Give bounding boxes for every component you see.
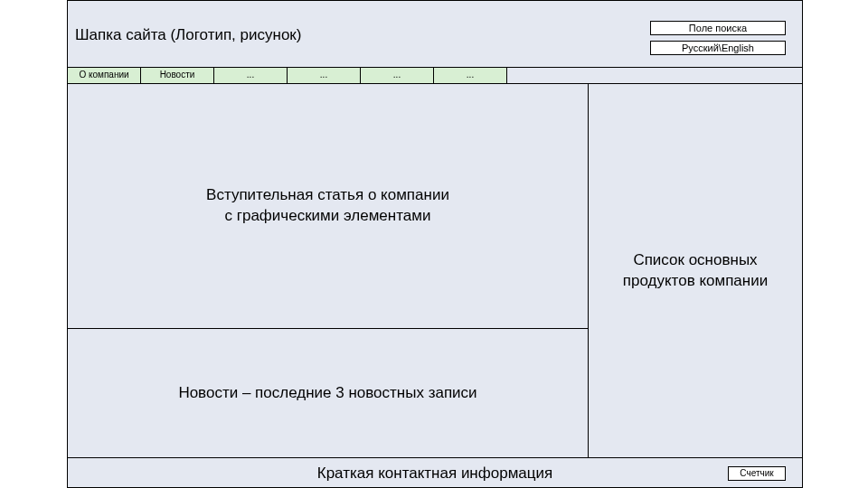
counter: Счетчик: [728, 466, 786, 481]
products-block: Список основных продуктов компании: [589, 84, 802, 457]
body-area: Вступительная статья о компании с графич…: [68, 84, 802, 457]
footer-contact: Краткая контактная информация: [317, 465, 553, 483]
nav-item-6[interactable]: ...: [434, 68, 507, 83]
header-controls: Поле поиска Русский\English: [650, 21, 786, 61]
header-title: Шапка сайта (Логотип, рисунок): [75, 26, 301, 44]
news-block: Новости – последние 3 новостных записи: [68, 329, 589, 457]
nav-item-news[interactable]: Новости: [141, 68, 214, 83]
intro-article-block: Вступительная статья о компании с графич…: [68, 84, 589, 329]
language-switch[interactable]: Русский\English: [650, 41, 786, 55]
nav-item-3[interactable]: ...: [214, 68, 288, 83]
nav-item-5[interactable]: ...: [361, 68, 434, 83]
footer: Краткая контактная информация Счетчик: [68, 457, 802, 488]
products-line-1: Список основных: [633, 251, 757, 268]
main-nav: О компании Новости ... ... ... ...: [68, 68, 802, 84]
news-text: Новости – последние 3 новостных записи: [178, 384, 476, 402]
wireframe-frame: Шапка сайта (Логотип, рисунок) Поле поис…: [67, 0, 803, 488]
search-field[interactable]: Поле поиска: [650, 21, 786, 35]
products-line-2: продуктов компании: [623, 272, 768, 289]
nav-spacer: [507, 68, 802, 83]
nav-item-4[interactable]: ...: [288, 68, 361, 83]
site-header: Шапка сайта (Логотип, рисунок) Поле поис…: [68, 1, 802, 68]
nav-item-about[interactable]: О компании: [68, 68, 141, 83]
intro-line-2: с графическими элементами: [225, 207, 431, 224]
intro-line-1: Вступительная статья о компании: [206, 186, 449, 203]
left-column: Вступительная статья о компании с графич…: [68, 84, 589, 457]
